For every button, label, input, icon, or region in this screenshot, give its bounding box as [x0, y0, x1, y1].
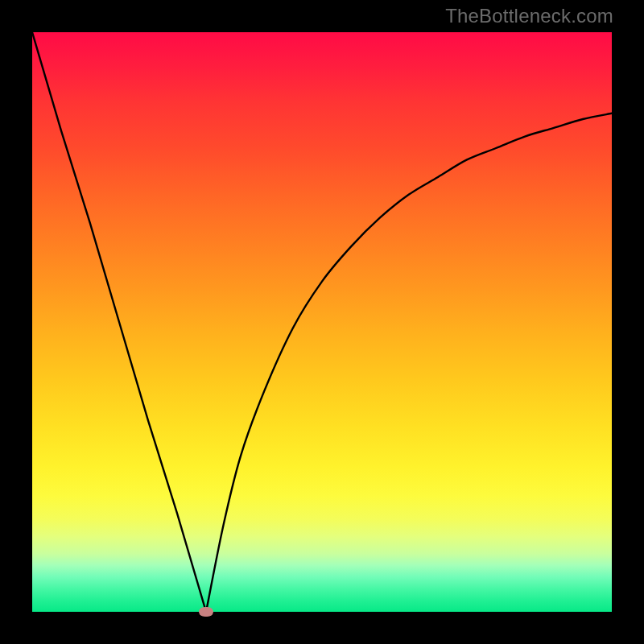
watermark-text: TheBottleneck.com	[445, 5, 613, 27]
plot-area	[32, 32, 612, 612]
bottleneck-curve	[32, 32, 612, 612]
minimum-marker	[199, 607, 213, 617]
chart-frame: TheBottleneck.com	[0, 0, 644, 644]
